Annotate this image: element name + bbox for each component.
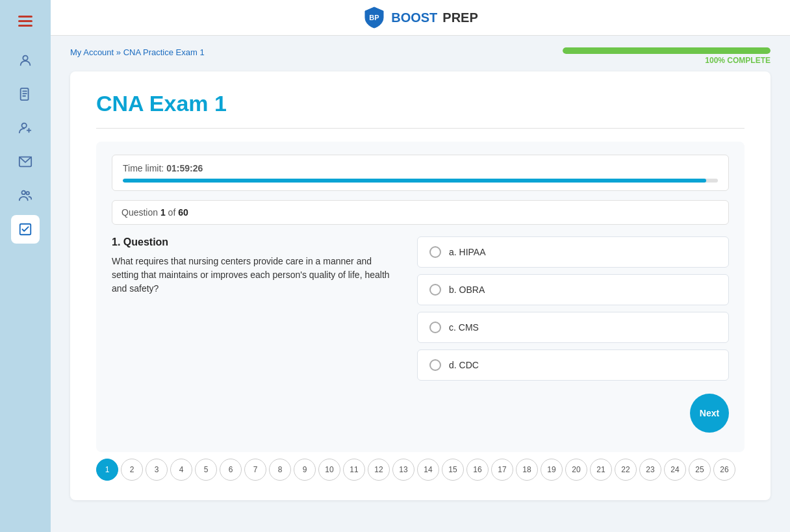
svg-point-5 [26,192,29,195]
answer-label-a: a. HIPAA [449,247,486,257]
breadcrumb-separator: » [116,47,121,57]
content-area: My Account » CNA Practice Exam 1 100% CO… [51,36,790,532]
logo-prep-text: PREP [442,10,478,25]
page-btn-5[interactable]: 5 [195,459,217,481]
page-btn-14[interactable]: 14 [417,459,439,481]
mail-icon[interactable] [11,147,40,176]
page-btn-7[interactable]: 7 [244,459,266,481]
answers-right: a. HIPAA b. OBRA c. CMS d. CDC [417,236,729,381]
page-btn-23[interactable]: 23 [639,459,661,481]
page-btn-18[interactable]: 18 [516,459,538,481]
checklist-icon[interactable] [11,215,40,244]
logo: BP BOOSTPREP [363,6,478,29]
answer-option-a[interactable]: a. HIPAA [417,236,729,268]
page-btn-20[interactable]: 20 [565,459,587,481]
account-icon[interactable] [11,46,40,75]
question-counter: Question 1 of 60 [112,200,729,225]
document-icon[interactable] [11,80,40,108]
svg-point-2 [22,123,27,128]
topbar: BP BOOSTPREP [51,0,790,36]
page-btn-2[interactable]: 2 [121,459,143,481]
group-icon[interactable] [11,181,40,210]
svg-point-4 [22,191,26,195]
hamburger-button[interactable] [13,8,38,34]
radio-c[interactable] [429,322,441,333]
main-area: BP BOOSTPREP My Account » CNA Practice E… [51,0,790,532]
page-btn-15[interactable]: 15 [442,459,464,481]
radio-b[interactable] [429,284,441,296]
timer-box: Time limit: 01:59:26 [112,155,729,191]
page-btn-13[interactable]: 13 [392,459,414,481]
page-btn-17[interactable]: 17 [491,459,513,481]
exam-divider [96,128,745,129]
page-btn-9[interactable]: 9 [294,459,316,481]
page-btn-8[interactable]: 8 [269,459,291,481]
logo-shield-icon: BP [363,6,386,29]
page-btn-1[interactable]: 1 [96,459,118,481]
exam-card: CNA Exam 1 Time limit: 01:59:26 Question… [70,71,771,500]
exam-title: CNA Exam 1 [96,91,745,116]
svg-point-0 [23,56,27,60]
question-text: What requires that nursing centers provi… [112,255,398,296]
progress-bar-outer [563,47,771,54]
breadcrumb-current: CNA Practice Exam 1 [123,47,205,57]
timer-progress-inner [123,179,706,183]
question-left: 1. Question What requires that nursing c… [112,236,398,381]
page-btn-26[interactable]: 26 [713,459,735,481]
pagination: 1234567891011121314151617181920212223242… [96,452,745,481]
answer-option-c[interactable]: c. CMS [417,312,729,343]
page-btn-16[interactable]: 16 [466,459,489,481]
next-button[interactable]: Next [690,394,729,433]
progress-section: 100% COMPLETE [563,47,771,65]
svg-text:BP: BP [370,14,379,21]
logo-boost-text: BOOST [391,10,437,25]
radio-a[interactable] [429,246,441,258]
page-btn-19[interactable]: 19 [541,459,563,481]
user-plus-icon[interactable] [11,114,40,142]
page-btn-4[interactable]: 4 [170,459,192,481]
answer-label-c: c. CMS [449,322,479,333]
sidebar [0,0,51,532]
answer-label-d: d. CDC [449,360,479,370]
page-btn-22[interactable]: 22 [615,459,637,481]
radio-d[interactable] [429,359,441,371]
page-btn-11[interactable]: 11 [343,459,365,481]
breadcrumb: My Account » CNA Practice Exam 1 [70,47,205,57]
breadcrumb-row: My Account » CNA Practice Exam 1 100% CO… [70,36,771,71]
question-heading: 1. Question [112,236,398,248]
timer-value: 01:59:26 [166,163,203,173]
page-btn-21[interactable]: 21 [590,459,612,481]
question-total: 60 [178,207,188,218]
page-btn-25[interactable]: 25 [689,459,711,481]
next-btn-container: Next [112,394,729,433]
page-btn-10[interactable]: 10 [318,459,340,481]
progress-bar-inner [563,47,771,54]
breadcrumb-my-account[interactable]: My Account [70,47,114,57]
page-btn-12[interactable]: 12 [368,459,390,481]
page-btn-3[interactable]: 3 [146,459,168,481]
page-btn-24[interactable]: 24 [664,459,686,481]
timer-label: Time limit: 01:59:26 [123,163,718,173]
page-btn-6[interactable]: 6 [220,459,242,481]
answer-option-b[interactable]: b. OBRA [417,274,729,305]
progress-label: 100% COMPLETE [563,56,771,65]
qa-layout: 1. Question What requires that nursing c… [112,236,729,381]
question-box: Time limit: 01:59:26 Question 1 of 60 1.… [96,142,745,452]
question-current: 1 [160,207,166,218]
answer-label-b: b. OBRA [449,285,485,295]
timer-progress-outer [123,179,718,183]
answer-option-d[interactable]: d. CDC [417,349,729,381]
